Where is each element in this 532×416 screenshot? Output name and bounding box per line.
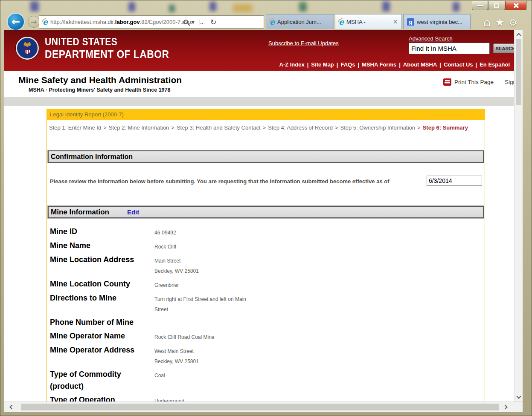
edit-link[interactable]: Edit bbox=[127, 208, 139, 216]
compatibility-view-icon[interactable] bbox=[200, 19, 205, 25]
header-nav-link[interactable]: Contact Us bbox=[444, 61, 473, 68]
vertical-scroll-thumb[interactable] bbox=[516, 39, 521, 105]
scroll-left-arrow[interactable] bbox=[5, 402, 19, 412]
refresh-icon[interactable]: ↻ bbox=[210, 18, 216, 26]
scroll-up-arrow[interactable] bbox=[515, 31, 523, 40]
effective-date-input[interactable] bbox=[427, 176, 482, 186]
field-row: Mine ID46-09492 bbox=[50, 225, 485, 238]
minimize-button[interactable] bbox=[472, 1, 488, 10]
url-domain: labor.gov bbox=[115, 19, 140, 25]
header-nav-link[interactable]: En Español bbox=[480, 61, 510, 68]
field-label: Mine Operator Name bbox=[50, 330, 154, 342]
field-value-line: West Main Street bbox=[154, 346, 485, 356]
advanced-search-link[interactable]: Advanced Search bbox=[409, 35, 453, 42]
agency-line2: DEPARTMENT OF LABOR bbox=[45, 49, 169, 60]
report-container: Legal Identity Report (2000-7) Step 1: E… bbox=[47, 109, 485, 402]
field-label: Mine Operator Address bbox=[50, 344, 154, 367]
scroll-right-arrow[interactable] bbox=[498, 402, 512, 412]
field-label: Type of Operation bbox=[50, 394, 154, 402]
favorites-star-icon[interactable]: ★ bbox=[495, 16, 504, 29]
field-value: Main StreetBeckley, WV 25801 bbox=[154, 254, 485, 276]
desktop-icon-blur bbox=[209, 2, 216, 11]
chevron-down-icon[interactable]: ▼ bbox=[192, 20, 195, 24]
field-row: Mine NameRock Cliff bbox=[50, 240, 485, 252]
horizontal-scroll-thumb[interactable] bbox=[21, 404, 499, 410]
field-label: Mine ID bbox=[50, 225, 154, 238]
search-icon[interactable] bbox=[183, 20, 188, 24]
home-icon[interactable]: ⌂ bbox=[483, 16, 491, 29]
field-value-line: Turn right at First Street and left on M… bbox=[154, 294, 485, 304]
field-value: Coal bbox=[154, 368, 485, 392]
horizontal-scrollbar[interactable] bbox=[4, 402, 523, 412]
tab-close-icon[interactable]: × bbox=[392, 18, 398, 26]
field-label: Type of Commodity (product) bbox=[50, 368, 154, 392]
chevron-right-icon bbox=[503, 404, 507, 409]
field-value-line: Rock Cliff Road Coal Mine bbox=[154, 332, 485, 342]
desktop-icon-blur bbox=[382, 1, 390, 12]
maximize-button[interactable] bbox=[488, 1, 505, 10]
forward-icon: → bbox=[31, 17, 37, 26]
report-banner: Legal Identity Report (2000-7) bbox=[47, 109, 485, 120]
separator: > bbox=[335, 124, 338, 131]
scroll-down-arrow[interactable] bbox=[515, 392, 523, 401]
ie-icon: e bbox=[339, 18, 344, 26]
field-value-line: Main Street bbox=[154, 256, 485, 266]
header-nav-link[interactable]: FAQs bbox=[340, 61, 355, 68]
desktop-icon-blur bbox=[233, 4, 253, 12]
tab-label: west virginia bec... bbox=[417, 19, 467, 25]
tab-application-jump[interactable]: e Application Jum... bbox=[266, 14, 334, 29]
tab-west-virginia[interactable]: g west virginia bec... bbox=[403, 14, 471, 29]
field-value: 46-09492 bbox=[154, 225, 485, 238]
separator: | bbox=[439, 61, 441, 68]
field-row: Mine Location CountyGreenbrier bbox=[50, 278, 485, 290]
subscribe-email-link[interactable]: Subscribe to E-mail Updates bbox=[268, 40, 339, 46]
header-nav-link[interactable]: Site Map bbox=[311, 61, 334, 68]
field-label: Phone Number of Mine bbox=[50, 316, 154, 328]
step-item: Step 1: Enter Mine Id bbox=[49, 124, 101, 131]
chevron-up-icon bbox=[516, 33, 521, 38]
header-nav-link[interactable]: MSHA Forms bbox=[362, 61, 396, 68]
google-icon: g bbox=[407, 18, 414, 26]
tab-msha-active[interactable]: e MSHA - × bbox=[335, 14, 402, 29]
vertical-scrollbar[interactable] bbox=[514, 30, 523, 402]
forward-button[interactable]: → bbox=[28, 16, 40, 28]
window-controls bbox=[472, 1, 526, 10]
field-value-line: Rock Cliff bbox=[154, 242, 485, 252]
ie-icon: e bbox=[270, 18, 275, 26]
separator: > bbox=[103, 124, 107, 131]
field-value: Turn right at First Street and left on M… bbox=[154, 292, 485, 315]
page-title: Mine Safety and Health Administration bbox=[18, 75, 182, 85]
field-row: Mine Location AddressMain StreetBeckley,… bbox=[50, 254, 485, 276]
field-value bbox=[154, 316, 485, 328]
separator: | bbox=[399, 61, 401, 68]
desktop-icon-blur bbox=[169, 5, 175, 12]
desktop-icon-blur bbox=[30, 1, 39, 12]
msha-actions: Print This Page Sign Out bbox=[443, 78, 523, 86]
tab-label: MSHA - bbox=[346, 19, 391, 25]
gear-icon[interactable]: ⚙ bbox=[509, 17, 518, 28]
url-text[interactable]: http://lakdnettest.msha.dir.labor.gov:82… bbox=[50, 19, 194, 25]
printer-icon[interactable] bbox=[443, 78, 451, 86]
print-page-link[interactable]: Print This Page bbox=[454, 79, 494, 85]
field-value: Underground bbox=[154, 394, 485, 402]
field-label: Mine Name bbox=[50, 240, 154, 252]
field-value-line: Beckley, WV 25801 bbox=[154, 266, 485, 276]
browser-chrome: ← → e http://lakdnettest.msha.dir.labor.… bbox=[0, 0, 532, 30]
field-value: Greenbrier bbox=[154, 278, 485, 290]
field-row: Mine Operator AddressWest Main StreetBec… bbox=[50, 344, 485, 367]
address-bar-icons: ▼ ↻ bbox=[183, 16, 216, 28]
address-bar[interactable]: e http://lakdnettest.msha.dir.labor.gov:… bbox=[39, 15, 264, 29]
close-button[interactable] bbox=[505, 1, 526, 10]
header-nav-link[interactable]: About MSHA bbox=[403, 61, 437, 68]
field-value-line: Underground bbox=[154, 396, 485, 402]
separator: | bbox=[307, 61, 309, 68]
field-value-line: Coal bbox=[154, 370, 485, 381]
close-icon bbox=[513, 3, 519, 8]
page-content: UNITED STATES DEPARTMENT OF LABOR Subscr… bbox=[4, 30, 523, 402]
back-icon: ← bbox=[12, 16, 20, 28]
msha-search-input[interactable] bbox=[409, 43, 490, 54]
msha-title-bar: Mine Safety and Health Administration MS… bbox=[4, 71, 523, 97]
back-button[interactable]: ← bbox=[7, 13, 25, 31]
field-value: West Main StreetBeckley, WV 25801 bbox=[154, 344, 485, 367]
header-nav-link[interactable]: A-Z Index bbox=[279, 61, 304, 68]
